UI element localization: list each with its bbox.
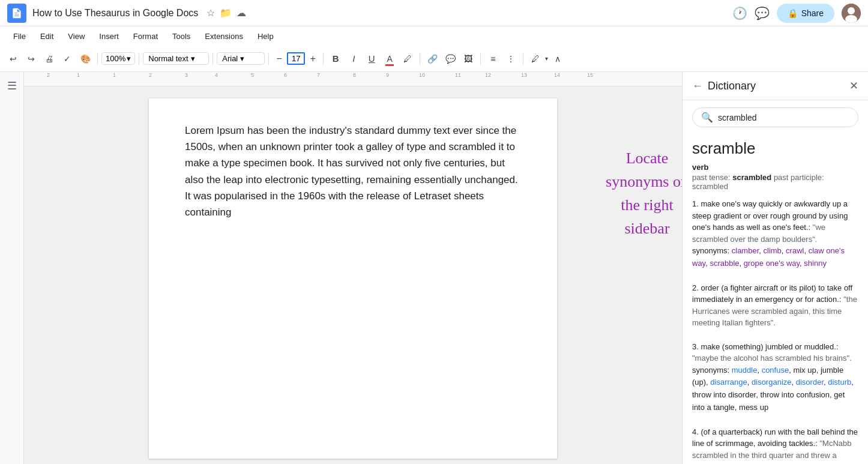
dict-close-button[interactable]: ✕	[849, 79, 858, 92]
app-icon	[7, 4, 26, 23]
dict-definitions: 1. make one's way quickly or awkwardly u…	[683, 198, 868, 464]
syn-muddle[interactable]: muddle	[732, 366, 758, 375]
menu-extensions[interactable]: Extensions	[199, 29, 249, 43]
page-wrapper: Lorem Ipsum has been the industry's stan…	[24, 86, 682, 464]
folder-icon[interactable]: 📁	[220, 7, 232, 19]
star-icon[interactable]: ☆	[206, 7, 215, 19]
ruler-mark: 8	[353, 72, 356, 78]
menu-insert[interactable]: Insert	[93, 29, 125, 43]
menu-help[interactable]: Help	[252, 29, 280, 43]
style-chevron: ▾	[191, 54, 195, 63]
pen-chevron: ▾	[545, 55, 548, 62]
dict-def-1-synonyms: synonyms: clamber, climb, crawl, claw on…	[692, 245, 858, 270]
outline-icon[interactable]: ☰	[7, 79, 17, 92]
syn-crawl[interactable]: crawl	[786, 246, 804, 255]
syn-label-3: synonyms:	[692, 366, 732, 375]
dict-search-box: 🔍	[692, 107, 858, 127]
separator-7	[480, 53, 481, 65]
menu-edit[interactable]: Edit	[34, 29, 59, 43]
document-area: 2 1 1 2 3 4 5 6 7 8 9 10 11 12 13 14 15	[24, 72, 682, 464]
pen-button[interactable]: 🖊	[527, 50, 544, 67]
syn-scrabble[interactable]: scrabble	[710, 259, 739, 268]
dict-part-of-speech: verb	[683, 160, 868, 172]
chat-icon[interactable]: 💬	[755, 6, 770, 20]
ruler-mark: 7	[317, 72, 320, 78]
ruler-mark: 1	[77, 72, 80, 78]
more-options-button[interactable]: ⋮	[502, 50, 519, 67]
ruler-mark: 4	[215, 72, 218, 78]
syn-label-1: synonyms:	[692, 246, 732, 255]
paint-format-button[interactable]: 🎨	[77, 50, 94, 67]
ruler-mark: 10	[419, 72, 425, 78]
bold-button[interactable]: B	[327, 50, 344, 67]
ruler-mark: 14	[554, 72, 560, 78]
search-icon: 🔍	[701, 112, 713, 123]
separator-2	[139, 53, 139, 65]
syn-grope[interactable]: grope one's way	[744, 259, 800, 268]
cloud-icon[interactable]: ☁	[237, 7, 246, 19]
font-size-decrease[interactable]: −	[273, 52, 286, 65]
text-color-bar	[385, 64, 394, 66]
syn-disarrange[interactable]: disarrange	[710, 378, 747, 387]
syn-disorganize[interactable]: disorganize	[752, 378, 792, 387]
syn-clamber[interactable]: clamber	[732, 246, 759, 255]
underline-button[interactable]: U	[363, 50, 380, 67]
annotation-text: Locatesynonyms onthe rightsidebar	[569, 146, 682, 240]
syn-climb[interactable]: climb	[764, 246, 782, 255]
separator-8	[523, 53, 523, 65]
undo-button[interactable]: ↩	[5, 50, 22, 67]
dict-back-button[interactable]: ←	[692, 80, 703, 92]
ruler-mark: 9	[386, 72, 389, 78]
document-body[interactable]: Lorem Ipsum has been the industry's stan…	[185, 122, 521, 220]
zoom-dropdown[interactable]: 100% ▾	[101, 52, 135, 65]
font-size-increase[interactable]: +	[306, 52, 319, 65]
menu-file[interactable]: File	[7, 29, 32, 43]
italic-button[interactable]: I	[345, 50, 362, 67]
dict-search-input[interactable]	[718, 113, 849, 122]
dict-def-3: 3. make (something) jumbled or muddled.:…	[692, 341, 858, 414]
spellcheck-button[interactable]: ✓	[59, 50, 76, 67]
font-value: Arial	[222, 54, 238, 63]
menu-tools[interactable]: Tools	[166, 29, 196, 43]
user-avatar[interactable]	[842, 4, 861, 23]
link-button[interactable]: 🔗	[424, 50, 441, 67]
ruler-mark: 5	[251, 72, 254, 78]
ruler-mark: 11	[455, 72, 461, 78]
highlight-button[interactable]: 🖊	[399, 50, 416, 67]
font-dropdown[interactable]: Arial ▾	[217, 52, 265, 65]
title-right: 🕐 💬 🔒 Share	[732, 4, 861, 23]
syn-disorder[interactable]: disorder	[796, 378, 824, 387]
text-color-button[interactable]: A	[381, 50, 398, 67]
redo-button[interactable]: ↪	[23, 50, 40, 67]
share-button[interactable]: 🔒 Share	[777, 4, 834, 23]
separator-6	[420, 53, 420, 65]
image-button[interactable]: 🖼	[460, 50, 477, 67]
ruler-mark: 12	[485, 72, 491, 78]
toolbar: ↩ ↪ 🖨 ✓ 🎨 100% ▾ Normal text ▾ Arial ▾ −…	[0, 46, 868, 72]
font-size-value[interactable]: 17	[287, 52, 305, 65]
align-button[interactable]: ≡	[484, 50, 501, 67]
dict-def-3-synonyms: synonyms: muddle, confuse, mix up, jumbl…	[692, 364, 858, 414]
dictionary-sidebar: ← Dictionary ✕ 🔍 scramble verb past tens…	[682, 72, 868, 464]
title-icons: ☆ 📁 ☁	[206, 7, 246, 19]
separator-3	[212, 53, 213, 65]
ruler-mark: 2	[47, 72, 50, 78]
style-dropdown[interactable]: Normal text ▾	[143, 52, 209, 65]
syn-shinny[interactable]: shinny	[804, 259, 827, 268]
syn-disturb[interactable]: disturb	[828, 378, 851, 387]
menu-bar: File Edit View Insert Format Tools Exten…	[0, 26, 868, 46]
style-value: Normal text	[148, 54, 188, 63]
dict-def-2: 2. order (a fighter aircraft or its pilo…	[692, 282, 858, 329]
menu-view[interactable]: View	[62, 29, 91, 43]
dict-title: Dictionary	[708, 80, 845, 92]
dict-def-4: 4. (of a quarterback) run with the ball …	[692, 426, 858, 464]
ruler: 2 1 1 2 3 4 5 6 7 8 9 10 11 12 13 14 15	[24, 72, 682, 86]
menu-format[interactable]: Format	[127, 29, 164, 43]
syn-confuse[interactable]: confuse	[762, 366, 789, 375]
ruler-mark: 13	[521, 72, 527, 78]
dict-def-1-text: 1. make one's way quickly or awkwardly u…	[692, 199, 848, 244]
history-icon[interactable]: 🕐	[732, 6, 747, 20]
collapse-toolbar-button[interactable]: ∧	[549, 50, 566, 67]
comment-button[interactable]: 💬	[442, 50, 459, 67]
print-button[interactable]: 🖨	[41, 50, 58, 67]
